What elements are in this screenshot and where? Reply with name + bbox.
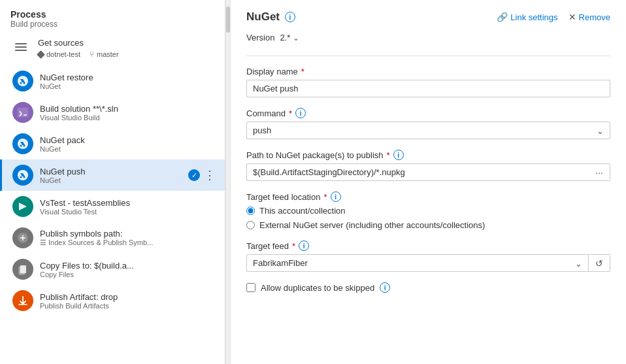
panel-title: Process [10,9,214,20]
display-name-label: Display name * [246,67,610,76]
task-name-nuget-pack: NuGet pack [40,135,217,145]
task-item-copy-files[interactable]: Copy Files to: $(build.a...Copy Files [0,254,225,285]
feed-location-info-icon[interactable]: i [331,191,341,202]
repo-name: dotnet-test [46,50,80,58]
version-row: Version 2.* ⌄ [246,33,610,42]
task-icon-publish-symbols [12,227,33,248]
version-label: Version [246,33,274,42]
task-item-publish-symbols[interactable]: Publish symbols path:☰ Index Sources & P… [0,222,225,254]
radio-external-input[interactable] [246,221,255,229]
task-name-vstest: VsTest - testAssemblies [40,198,217,208]
right-actions: 🔗 Link settings ✕ Remove [497,12,610,22]
radio-this-account-input[interactable] [246,207,255,215]
radio-external-nuget[interactable]: External NuGet server (including other a… [246,220,610,230]
get-sources-name: Get sources [38,38,214,48]
task-list: Get sources dotnet-test ⑂ master NuGet r… [0,31,225,316]
task-item-nuget-pack[interactable]: NuGet packNuGet [0,128,225,159]
path-browse-button[interactable]: ··· [589,163,610,181]
nuget-info-icon[interactable]: i [285,12,295,22]
target-feed-location-group: Target feed location * i This account/co… [246,191,610,230]
target-feed-group: Target feed * i FabrikamFiber ⌄ ↺ [246,240,610,272]
path-to-packages-input[interactable] [246,163,589,181]
task-info-copy-files: Copy Files to: $(build.a...Copy Files [40,261,217,278]
lines-decoration [15,39,27,51]
repo-meta: dotnet-test [38,50,80,59]
task-name-publish-symbols: Publish symbols path: [40,229,217,239]
target-feed-select[interactable]: FabrikamFiber [246,254,589,272]
allow-duplicates-checkbox[interactable] [246,283,255,292]
get-sources-icon [10,38,31,51]
panel-subtitle: Build process [10,20,214,29]
right-header: NuGet i 🔗 Link settings ✕ Remove [246,10,610,24]
radio-this-account[interactable]: This account/collection [246,206,610,216]
target-feed-input-row: FabrikamFiber ⌄ ↺ [246,254,610,272]
task-context-menu-nuget-push[interactable]: ⋮ [203,168,217,182]
task-check-badge-nuget-push: ✓ [188,169,200,181]
task-info-publish-symbols: Publish symbols path:☰ Index Sources & P… [40,229,217,247]
svg-rect-15 [19,267,25,274]
task-info-nuget-restore: NuGet restoreNuGet [40,73,217,90]
task-item-vstest[interactable]: VsTest - testAssembliesVisual Studio Tes… [0,191,225,222]
target-feed-refresh-button[interactable]: ↺ [589,254,610,272]
task-item-nuget-push[interactable]: NuGet pushNuGet✓⋮ [0,159,225,191]
command-group: Command * i push restore pack custom ⌄ [246,108,610,139]
target-feed-info-icon[interactable]: i [299,240,309,251]
left-panel: Process Build process Get sources dotnet… [0,0,225,364]
target-feed-label: Target feed * i [246,240,610,251]
allow-duplicates-label: Allow duplicates to be skipped [261,283,374,293]
radio-external-label: External NuGet server (including other a… [259,220,485,230]
right-title: NuGet [246,10,280,24]
task-type-build-solution: Visual Studio Build [40,114,217,122]
target-feed-required: * [292,241,295,251]
display-name-input[interactable] [246,80,610,97]
version-chevron-icon: ⌄ [293,33,299,42]
task-type-nuget-push: NuGet [40,176,184,184]
task-type-publish-artifact: Publish Build Artifacts [40,302,217,310]
target-feed-select-wrapper: FabrikamFiber ⌄ [246,254,589,272]
svg-point-10 [24,176,25,178]
task-info-build-solution: Build solution **\*.slnVisual Studio Bui… [40,104,217,122]
task-icon-build-solution [12,102,33,123]
panel-divider [225,0,231,364]
command-info-icon[interactable]: i [295,108,306,118]
path-to-packages-label: Path to NuGet package(s) to publish * i [246,150,610,160]
branch-name: master [97,50,119,58]
task-name-publish-artifact: Publish Artifact: drop [40,292,217,302]
allow-duplicates-row: Allow duplicates to be skipped i [246,282,610,293]
task-icon-nuget-restore [12,71,33,91]
task-type-nuget-pack: NuGet [40,145,217,153]
panel-header: Process Build process [0,0,225,31]
branch-meta: ⑂ master [90,50,119,59]
radio-this-account-label: This account/collection [259,206,346,216]
task-icon-nuget-push [12,165,33,186]
display-name-required: * [301,67,305,76]
refresh-icon: ↺ [595,258,603,269]
task-type-publish-symbols: ☰ Index Sources & Publish Symb... [40,239,217,247]
right-title-area: NuGet i [246,10,295,24]
version-value: 2.* [280,33,290,42]
task-item-publish-artifact[interactable]: Publish Artifact: dropPublish Build Arti… [0,285,225,316]
remove-button[interactable]: ✕ Remove [568,12,610,22]
path-input-group: ··· [246,163,610,181]
version-select[interactable]: 2.* ⌄ [280,33,299,42]
task-icon-vstest [12,196,33,217]
svg-point-1 [20,82,22,84]
task-name-nuget-restore: NuGet restore [40,73,217,82]
task-info-nuget-push: NuGet pushNuGet [40,167,184,184]
get-sources-item[interactable]: Get sources dotnet-test ⑂ master [0,31,225,65]
task-item-build-solution[interactable]: Build solution **\*.slnVisual Studio Bui… [0,97,225,128]
path-info-icon[interactable]: i [393,150,404,160]
task-info-publish-artifact: Publish Artifact: dropPublish Build Arti… [40,292,217,310]
link-settings-button[interactable]: 🔗 Link settings [497,12,557,22]
task-info-vstest: VsTest - testAssembliesVisual Studio Tes… [40,198,217,216]
target-feed-location-label: Target feed location * i [246,191,610,202]
task-badges-nuget-push: ✓⋮ [188,168,217,182]
task-name-build-solution: Build solution **\*.sln [40,104,217,114]
task-type-copy-files: Copy Files [40,271,217,278]
command-select[interactable]: push restore pack custom [246,122,610,139]
task-type-nuget-restore: NuGet [40,82,217,90]
task-item-nuget-restore[interactable]: NuGet restoreNuGet [0,65,225,97]
scrollbar-thumb[interactable] [226,7,230,33]
duplicates-info-icon[interactable]: i [380,282,390,293]
task-icon-publish-artifact [12,290,33,311]
